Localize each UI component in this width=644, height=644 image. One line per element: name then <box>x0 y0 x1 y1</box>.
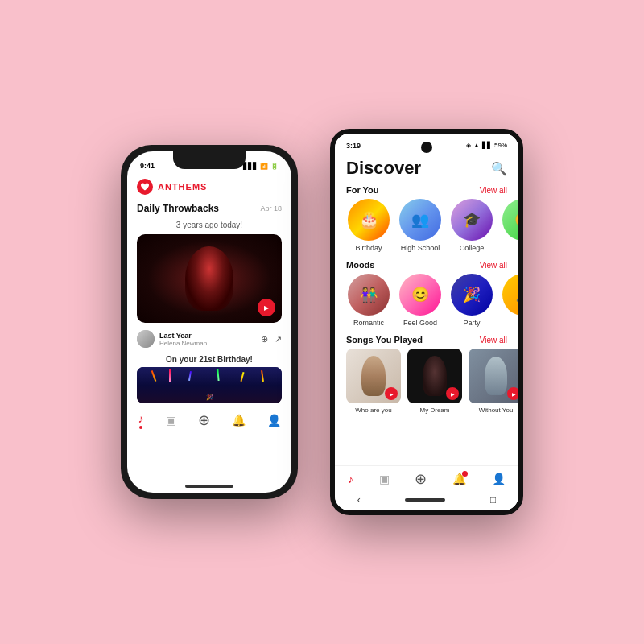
library-icon: ▣ <box>166 414 176 427</box>
bell-icon: 🔔 <box>232 414 246 427</box>
android-nav-add[interactable]: ⊕ <box>415 470 427 488</box>
mood-extra[interactable]: 🎵 ... <box>501 274 518 327</box>
iphone-home-indicator[interactable] <box>185 485 233 488</box>
play-my-dream[interactable]: ▶ <box>446 387 459 400</box>
play-who-are-you[interactable]: ▶ <box>385 387 398 400</box>
college-circle-img: 🎓 <box>451 199 493 241</box>
music-note-icon: ♪ <box>138 412 144 425</box>
mood-romantic[interactable]: 👫 Romantic <box>346 274 391 327</box>
songs-row: ▶ Who are you ▶ My Dream <box>335 349 518 419</box>
android-nav-music[interactable]: ♪ <box>348 473 353 485</box>
song-without-you[interactable]: ▶ Without You <box>469 349 518 414</box>
android-person-icon: 👤 <box>492 473 506 485</box>
party-label: Party <box>463 319 480 327</box>
for-you-label: For You <box>346 185 379 195</box>
birthday-label: Birthday <box>355 244 382 252</box>
discover-header: Discover 🔍 <box>335 155 518 184</box>
who-are-you-img: ▶ <box>346 349 401 403</box>
birthday-section: On your 21st Birthday! 🎉 <box>127 352 291 407</box>
years-ago-text: 3 years ago today! <box>127 217 291 231</box>
android-signal-icon: ▋▋ <box>482 142 492 149</box>
for-you-view-all[interactable]: View all <box>480 186 507 195</box>
nav-music[interactable]: ♪ <box>138 412 144 429</box>
search-icon[interactable]: 🔍 <box>491 161 507 176</box>
song-meta: Last Year Helena Newman <box>159 332 256 347</box>
birthday-circle-img: 🎂 <box>348 199 390 241</box>
song-info-row: Last Year Helena Newman ⊕ ↗ <box>127 326 291 352</box>
songs-view-all[interactable]: View all <box>480 336 507 345</box>
android-time: 3:19 <box>346 142 361 150</box>
nav-library[interactable]: ▣ <box>166 414 176 427</box>
my-dream-img: ▶ <box>407 349 462 403</box>
birthday-image: 🎉 <box>137 367 282 403</box>
signal-icon: ▋▋▋ <box>243 163 258 170</box>
song-name: Last Year <box>159 332 256 340</box>
mood-feelgood[interactable]: 😊 Feel Good <box>398 274 443 327</box>
romantic-circle-img: 👫 <box>348 274 390 316</box>
play-button[interactable]: ▶ <box>258 299 275 316</box>
android-library-icon: ▣ <box>379 473 390 485</box>
android-status-icons: ◈ ▲ ▋▋ 59% <box>466 142 507 149</box>
feelgood-label: Feel Good <box>403 319 437 327</box>
moods-header: Moods View all <box>335 258 518 274</box>
iphone-screen: 9:41 ▋▋▋ 📶 🔋 ANTHEMS <box>127 151 291 493</box>
category-extra[interactable]: 😊 ... <box>501 199 518 252</box>
moods-view-all[interactable]: View all <box>480 261 507 270</box>
nav-add[interactable]: ⊕ <box>198 411 210 429</box>
android-notch <box>421 142 432 153</box>
share-icon[interactable]: ↗ <box>275 334 282 345</box>
android-nav-profile[interactable]: 👤 <box>492 473 506 485</box>
android-bottom-nav: ♪ ▣ ⊕ 🔔 👤 <box>335 465 518 491</box>
feelgood-circle-img: 😊 <box>399 274 441 316</box>
mood-party[interactable]: 🎉 Party <box>449 274 494 327</box>
android-battery-icon: 59% <box>494 142 507 149</box>
nav-notifications[interactable]: 🔔 <box>232 414 246 427</box>
iphone-notch <box>173 151 246 169</box>
app-header: ANTHEMS <box>127 174 291 200</box>
android-device: 3:19 ◈ ▲ ▋▋ 59% Discover 🔍 For You View … <box>330 129 523 515</box>
without-you-label: Without You <box>469 407 518 414</box>
android-add-icon: ⊕ <box>415 471 427 487</box>
romantic-label: Romantic <box>353 319 384 327</box>
android-status-bar: 3:19 ◈ ▲ ▋▋ 59% <box>335 134 518 155</box>
daily-throwbacks-header: Daily Throwbacks Apr 18 <box>127 200 291 217</box>
category-birthday[interactable]: 🎂 Birthday <box>346 199 391 252</box>
iphone-time: 9:41 <box>140 159 155 170</box>
android-back-icon[interactable]: ‹ <box>357 494 361 506</box>
iphone-content: ANTHEMS Daily Throwbacks Apr 18 3 years … <box>127 174 291 485</box>
app-name: ANTHEMS <box>158 182 207 192</box>
song-avatar <box>137 330 155 348</box>
song-card-1[interactable]: ▶ <box>137 234 282 323</box>
category-college[interactable]: 🎓 College <box>449 199 494 252</box>
daily-title: Daily Throwbacks <box>137 203 219 214</box>
iphone-bottom-nav: ♪ ▣ ⊕ 🔔 👤 <box>127 407 291 436</box>
my-dream-label: My Dream <box>407 407 462 414</box>
android-home-pill[interactable] <box>405 498 445 502</box>
play-without-you[interactable]: ▶ <box>507 387 518 400</box>
song-artist: Helena Newman <box>159 340 256 347</box>
for-you-header: For You View all <box>335 184 518 199</box>
nav-profile[interactable]: 👤 <box>267 414 281 427</box>
iphone-status-icons: ▋▋▋ 📶 🔋 <box>243 159 279 170</box>
highschool-label: High School <box>401 244 440 252</box>
moods-circles: 👫 Romantic 😊 Feel Good 🎉 Party <box>335 274 518 333</box>
android-music-icon: ♪ <box>348 473 353 485</box>
who-are-you-label: Who are you <box>346 407 401 414</box>
song-who-are-you[interactable]: ▶ Who are you <box>346 349 401 414</box>
add-icon[interactable]: ⊕ <box>261 334 268 345</box>
category-highschool[interactable]: 👥 High School <box>398 199 443 252</box>
android-system-nav: ‹ □ <box>335 491 518 510</box>
songs-header: Songs You Played View all <box>335 333 518 349</box>
phones-container: 9:41 ▋▋▋ 📶 🔋 ANTHEMS <box>121 129 523 515</box>
app-logo <box>137 179 153 195</box>
song-my-dream[interactable]: ▶ My Dream <box>407 349 462 414</box>
android-nav-notifications[interactable]: 🔔 <box>452 473 466 485</box>
android-screen: 3:19 ◈ ▲ ▋▋ 59% Discover 🔍 For You View … <box>335 134 518 510</box>
song-actions: ⊕ ↗ <box>261 334 282 345</box>
android-nav-library[interactable]: ▣ <box>379 473 390 485</box>
discover-title: Discover <box>346 158 421 179</box>
songs-label: Songs You Played <box>346 335 423 345</box>
iphone-device: 9:41 ▋▋▋ 📶 🔋 ANTHEMS <box>121 145 298 499</box>
android-recents-icon[interactable]: □ <box>490 494 496 506</box>
for-you-circles: 🎂 Birthday 👥 High School 🎓 College <box>335 199 518 258</box>
